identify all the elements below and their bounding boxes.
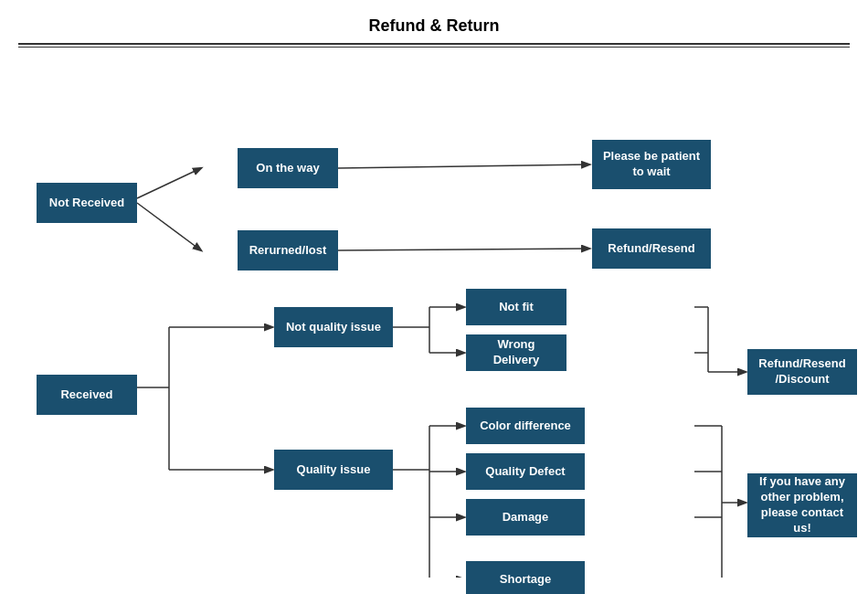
not-quality-issue-box: Not quality issue — [274, 307, 393, 347]
color-difference-box: Color difference — [466, 408, 585, 444]
please-wait-box: Please be patient to wait — [592, 140, 711, 189]
page-title: Refund & Return — [0, 0, 868, 43]
refund-resend-discount-box: Refund/Resend /Discount — [747, 349, 857, 395]
on-the-way-box: On the way — [238, 148, 338, 188]
shortage-box: Shortage — [466, 561, 585, 594]
divider-top — [18, 43, 850, 45]
not-fit-box: Not fit — [466, 289, 566, 325]
returned-lost-box: Rerurned/lost — [238, 230, 338, 270]
svg-line-1 — [137, 203, 201, 250]
quality-issue-box: Quality issue — [274, 450, 393, 490]
contact-us-box: If you have any other problem, please co… — [747, 473, 857, 537]
svg-line-2 — [338, 164, 589, 168]
received-box: Received — [37, 375, 137, 415]
wrong-delivery-box: Wrong Delivery — [466, 334, 566, 371]
connector-lines — [0, 48, 868, 578]
quality-defect-box: Quality Defect — [466, 453, 585, 490]
damage-box: Damage — [466, 499, 585, 536]
not-received-box: Not Received — [37, 183, 137, 223]
diagram: Not Received On the way Rerurned/lost Pl… — [0, 48, 868, 578]
refund-resend-box: Refund/Resend — [592, 228, 711, 269]
svg-line-0 — [137, 168, 201, 198]
svg-line-3 — [338, 249, 589, 250]
